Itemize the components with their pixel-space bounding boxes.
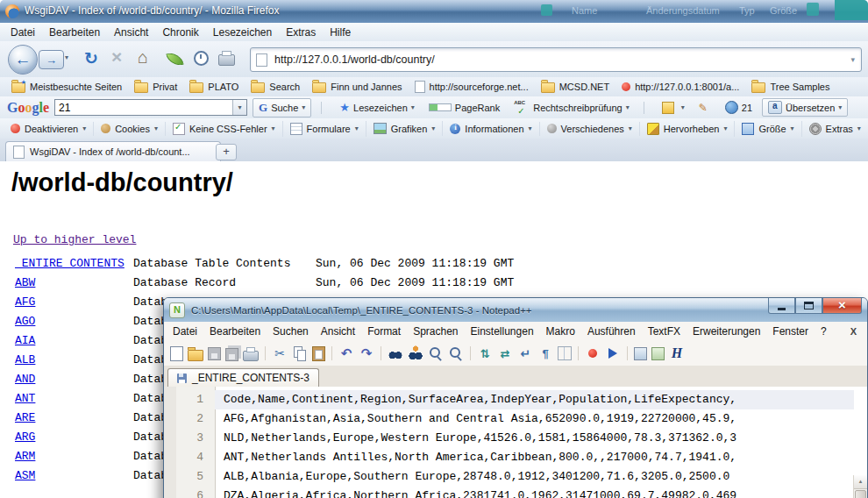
play-icon[interactable] (605, 345, 621, 361)
google-search-box[interactable] (54, 99, 247, 116)
menubar-close-x[interactable]: X (850, 326, 867, 337)
document-tab[interactable]: _ENTIRE_CONTENTS-3 (167, 368, 319, 388)
menubar-item[interactable]: Bearbeiten (42, 25, 107, 40)
urlbar-dropdown-icon[interactable] (850, 55, 855, 64)
listing-entry-link[interactable]: ANT (15, 389, 35, 409)
chevron-down-icon[interactable] (723, 125, 727, 132)
listing-entry-link[interactable]: ARG (15, 428, 35, 447)
chevron-down-icon[interactable] (529, 125, 532, 132)
google-toolbar-button[interactable] (639, 101, 652, 115)
chevron-down-icon[interactable] (302, 103, 305, 111)
cut-icon[interactable] (272, 345, 288, 361)
feed-feather-icon[interactable] (166, 50, 184, 68)
menubar-item[interactable]: Makro (540, 323, 581, 340)
chevron-down-icon[interactable] (838, 103, 842, 111)
listing-entry-link[interactable]: AIA (15, 331, 35, 351)
home-icon[interactable] (138, 47, 148, 68)
redo-icon[interactable] (359, 345, 374, 361)
find-icon[interactable] (388, 345, 403, 361)
listing-entry-link[interactable]: ASM (15, 466, 35, 486)
minimize-button[interactable] (768, 298, 795, 314)
google-toolbar-button[interactable]: Lesezeichen (335, 100, 418, 115)
google-toolbar-button[interactable]: 21 (721, 100, 757, 115)
menubar-item[interactable]: Lesezeichen (206, 25, 279, 40)
menubar-item[interactable]: Format (361, 323, 407, 340)
bookmark-item[interactable]: Privat (128, 79, 183, 95)
webdev-menu-button[interactable]: Formulare (283, 121, 366, 137)
google-search-input[interactable] (55, 101, 232, 115)
google-toolbar-button[interactable] (317, 101, 330, 115)
listing-entry-link[interactable]: AFG (15, 293, 35, 312)
vertical-scrollbar[interactable] (853, 475, 867, 498)
chevron-down-icon[interactable] (857, 125, 861, 132)
menubar-item[interactable]: Fenster (766, 323, 815, 340)
chevron-down-icon[interactable] (629, 125, 632, 132)
menubar-item[interactable]: Datei (167, 323, 203, 340)
close-button[interactable] (822, 298, 862, 314)
bookmark-item[interactable]: Meistbesuchte Seiten (5, 79, 128, 95)
new-file-icon[interactable] (170, 346, 183, 361)
listing-entry-link[interactable]: ABW (15, 274, 35, 293)
print-icon[interactable] (243, 351, 259, 361)
chevron-down-icon[interactable] (154, 125, 158, 132)
menubar-item[interactable]: Suchen (267, 323, 315, 340)
scroll-up-icon[interactable] (854, 475, 867, 489)
webdev-menu-button[interactable]: Keine CSS-Fehler (166, 121, 283, 137)
bookmark-item[interactable]: Tree Samples (745, 79, 836, 95)
chevron-down-icon[interactable] (411, 103, 415, 111)
record-icon[interactable] (585, 345, 601, 361)
sync-v-icon[interactable] (477, 345, 493, 361)
replace-icon[interactable] (408, 345, 423, 361)
webdev-menu-button[interactable]: Verschiedenes (540, 122, 640, 136)
text-editor[interactable]: 1 Code,Name,Continent,Region,SurfaceArea… (164, 387, 867, 498)
listing-entry-link[interactable]: AGO (15, 312, 35, 331)
menubar-item[interactable]: Datei (4, 25, 42, 40)
google-toolbar-button[interactable] (694, 101, 715, 115)
chevron-down-icon[interactable] (791, 125, 794, 132)
menubar-item[interactable]: Ansicht (315, 323, 361, 340)
listing-entry-link[interactable]: ARM (15, 447, 35, 466)
search-history-dropdown-icon[interactable] (232, 100, 246, 115)
bookmark-item[interactable]: http://sourceforge.net... (409, 79, 535, 95)
sync-h-icon[interactable] (497, 345, 513, 361)
chevron-down-icon[interactable] (82, 125, 86, 132)
menubar-item[interactable]: TextFX (642, 323, 687, 340)
browser-tab[interactable]: WsgiDAV - Index of /world-db/count... (5, 141, 221, 161)
scrollbar-thumb[interactable] (855, 490, 866, 498)
url-input[interactable] (273, 53, 850, 67)
listing-entry-link[interactable]: ALB (15, 351, 35, 370)
webdev-menu-button[interactable]: Grafiken (366, 121, 444, 136)
guide-icon[interactable] (558, 346, 572, 360)
new-tab-button[interactable]: + (216, 144, 237, 160)
doc-switch-icon[interactable] (634, 347, 647, 360)
bookmark-item[interactable]: PLATO (183, 79, 245, 95)
google-toolbar-button[interactable]: Suche (253, 98, 311, 117)
webdev-menu-button[interactable]: Deaktivieren (4, 122, 94, 136)
google-toolbar-button[interactable]: Rechtschreibprüfung (509, 100, 634, 115)
menubar-item[interactable]: ? (815, 323, 833, 340)
hex-h-icon[interactable] (669, 345, 685, 361)
google-toolbar-button[interactable]: Übersetzen (762, 98, 848, 117)
menubar-item[interactable]: Erweiterungen (687, 323, 766, 340)
menubar-item[interactable]: Einstellungen (465, 323, 540, 340)
firefox-titlebar[interactable]: NameÄnderungsdatumTypGröße WsgiDAV - Ind… (0, 0, 868, 24)
save-icon[interactable] (208, 347, 221, 360)
menubar-item[interactable]: Ausführen (581, 323, 642, 340)
chevron-down-icon[interactable] (355, 125, 359, 132)
webdev-menu-button[interactable]: Informationen (443, 122, 539, 136)
menubar-item[interactable]: Hilfe (323, 25, 358, 40)
save-all-icon[interactable] (225, 348, 238, 361)
bookmark-item[interactable]: MCSD.NET (535, 79, 615, 95)
chevron-down-icon[interactable] (626, 103, 630, 111)
webdev-menu-button[interactable]: Hervorheben (640, 121, 736, 137)
google-toolbar-button[interactable] (658, 101, 689, 115)
menubar-item[interactable]: Extras (279, 25, 323, 40)
chevron-down-icon[interactable] (431, 125, 435, 132)
reload-icon[interactable] (84, 48, 98, 68)
listing-entry-link[interactable]: ENTIRE CONTENTS (15, 254, 125, 274)
google-toolbar-button[interactable]: PageRank (424, 102, 504, 114)
menubar-item[interactable]: Sprachen (407, 323, 464, 340)
up-to-higher-level-link[interactable]: Up to higher level (13, 233, 136, 246)
bookmark-item[interactable]: Finn und Jannes (306, 79, 408, 95)
history-clock-icon[interactable] (194, 51, 209, 66)
